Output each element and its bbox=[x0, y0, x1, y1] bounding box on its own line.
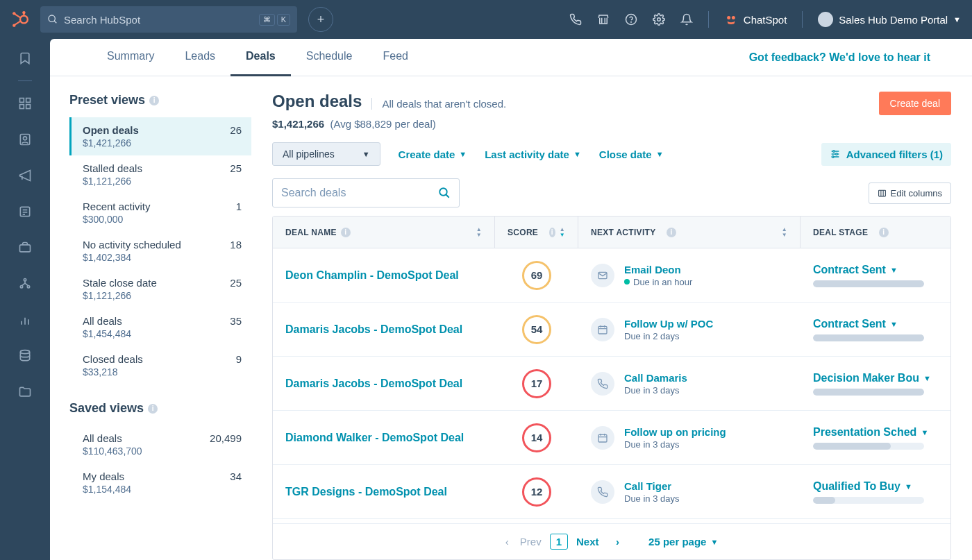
activity-link[interactable]: Call Tiger bbox=[624, 480, 680, 492]
table-row: TGR Designs - DemoSpot Deal 12 Call Tige… bbox=[273, 465, 950, 519]
chevron-down-icon: ▼ bbox=[923, 374, 931, 382]
page-number[interactable]: 1 bbox=[550, 534, 568, 550]
dashboard-icon[interactable] bbox=[18, 96, 32, 110]
view-item[interactable]: Stalled deals25$1,121,266 bbox=[69, 155, 251, 194]
settings-icon[interactable] bbox=[653, 13, 665, 26]
view-item[interactable]: All deals20,499$110,463,700 bbox=[69, 425, 251, 464]
close-date-filter[interactable]: Close date ▼ bbox=[599, 149, 664, 160]
notifications-icon[interactable] bbox=[680, 13, 693, 26]
svg-point-27 bbox=[27, 286, 29, 288]
stage-select[interactable]: Contract Sent ▼ bbox=[813, 318, 938, 330]
help-icon[interactable] bbox=[625, 13, 637, 26]
marketplace-icon[interactable] bbox=[597, 13, 610, 26]
reports-icon[interactable] bbox=[18, 313, 32, 327]
chevron-down-icon: ▼ bbox=[710, 538, 718, 546]
column-next-activity[interactable]: NEXT ACTIVITY i▲▼ bbox=[578, 217, 801, 248]
edit-columns-button[interactable]: Edit columns bbox=[869, 183, 951, 204]
column-deal-name[interactable]: DEAL NAMEi▲▼ bbox=[273, 217, 495, 248]
svg-rect-17 bbox=[26, 105, 31, 109]
activity-link[interactable]: Follow Up w/ POC bbox=[624, 318, 713, 330]
stage-select[interactable]: Qualified To Buy ▼ bbox=[813, 480, 938, 493]
next-page[interactable]: Next › bbox=[576, 536, 619, 548]
deal-link[interactable]: Damaris Jacobs - DemoSpot Deal bbox=[285, 377, 462, 389]
view-item[interactable]: Stale close date25$1,121,266 bbox=[69, 270, 251, 308]
page-title: Open deals bbox=[272, 92, 362, 111]
sliders-icon bbox=[830, 149, 841, 160]
tab-schedule[interactable]: Schedule bbox=[291, 39, 368, 76]
svg-point-0 bbox=[20, 16, 28, 24]
automation-icon[interactable] bbox=[18, 277, 32, 291]
activity-link[interactable]: Call Damaris bbox=[624, 372, 687, 384]
table-row: Damaris Jacobs - DemoSpot Deal 17 Call D… bbox=[273, 357, 950, 411]
search-deals[interactable] bbox=[272, 178, 460, 207]
last-activity-filter[interactable]: Last activity date ▼ bbox=[485, 149, 581, 160]
info-icon[interactable]: i bbox=[149, 96, 159, 105]
feedback-link[interactable]: Got feedback? We'd love to hear it bbox=[749, 51, 930, 64]
deal-link[interactable]: Diamond Walker - DemoSpot Deal bbox=[285, 432, 464, 443]
info-icon[interactable]: i bbox=[148, 404, 158, 414]
totals: $1,421,266 (Avg $88,829 per deal) bbox=[272, 118, 951, 130]
deal-link[interactable]: TGR Designs - DemoSpot Deal bbox=[285, 486, 447, 498]
svg-line-8 bbox=[54, 21, 56, 23]
data-icon[interactable] bbox=[18, 349, 32, 363]
view-item[interactable]: My deals34$1,154,484 bbox=[69, 464, 251, 502]
phone-icon[interactable] bbox=[569, 13, 582, 26]
chevron-down-icon: ▼ bbox=[953, 15, 961, 24]
pipeline-select[interactable]: All pipelines▼ bbox=[272, 142, 380, 166]
deal-link[interactable]: Deon Champlin - DemoSpot Deal bbox=[285, 269, 459, 281]
create-deal-button[interactable]: Create deal bbox=[879, 92, 951, 115]
tab-deals[interactable]: Deals bbox=[231, 39, 291, 76]
svg-point-36 bbox=[835, 153, 837, 155]
chevron-down-icon: ▼ bbox=[459, 150, 467, 158]
table-row: Damaris Jacobs - DemoSpot Deal 54 Follow… bbox=[273, 303, 950, 357]
deal-link[interactable]: Damaris Jacobs - DemoSpot Deal bbox=[285, 323, 462, 335]
stage-select[interactable]: Contract Sent ▼ bbox=[813, 264, 938, 276]
activity-link[interactable]: Email Deon bbox=[624, 264, 692, 275]
activity-link[interactable]: Follow up on pricing bbox=[624, 426, 726, 438]
topbar: ⌘K + ChatSpot Sales Hub Demo Portal ▼ bbox=[0, 0, 972, 39]
global-search-input[interactable] bbox=[58, 14, 259, 26]
column-score[interactable]: SCORE i▲▼ bbox=[495, 217, 578, 248]
global-search[interactable]: ⌘K bbox=[40, 6, 297, 33]
prev-page[interactable]: ‹ Prev bbox=[505, 536, 542, 548]
tab-summary[interactable]: Summary bbox=[92, 39, 169, 76]
library-icon[interactable] bbox=[18, 385, 32, 399]
preset-views-heading: Preset viewsi bbox=[69, 93, 251, 108]
view-item[interactable]: Open deals26$1,421,266 bbox=[69, 117, 251, 155]
view-item[interactable]: Recent activity1$300,000 bbox=[69, 194, 251, 232]
columns-icon bbox=[878, 189, 887, 198]
hubspot-logo-icon[interactable] bbox=[11, 10, 29, 28]
phone-icon bbox=[591, 372, 614, 396]
create-button[interactable]: + bbox=[308, 7, 333, 32]
search-deals-input[interactable] bbox=[281, 187, 438, 199]
contacts-icon[interactable] bbox=[18, 133, 32, 146]
stage-progress bbox=[813, 497, 924, 504]
tab-leads[interactable]: Leads bbox=[169, 39, 231, 76]
content-icon[interactable] bbox=[18, 205, 32, 219]
commerce-icon[interactable] bbox=[18, 241, 32, 255]
svg-rect-15 bbox=[26, 99, 31, 103]
advanced-filters-button[interactable]: Advanced filters (1) bbox=[821, 143, 951, 166]
chatspot-icon bbox=[724, 12, 738, 26]
chatspot-link[interactable]: ChatSpot bbox=[724, 12, 787, 26]
view-item[interactable]: No activity scheduled18$1,402,384 bbox=[69, 232, 251, 270]
svg-point-12 bbox=[727, 16, 730, 19]
activity-meta: Due in 3 days bbox=[624, 493, 680, 504]
marketing-icon[interactable] bbox=[18, 169, 32, 183]
create-date-filter[interactable]: Create date ▼ bbox=[399, 149, 467, 160]
stage-progress bbox=[813, 280, 924, 287]
score-ring: 54 bbox=[522, 315, 551, 344]
svg-rect-44 bbox=[598, 326, 607, 334]
stage-select[interactable]: Decision Maker Bou ▼ bbox=[813, 372, 938, 384]
stage-select[interactable]: Presentation Sched ▼ bbox=[813, 426, 938, 439]
activity-meta: Due in 3 days bbox=[624, 439, 726, 450]
portal-switcher[interactable]: Sales Hub Demo Portal ▼ bbox=[818, 12, 961, 27]
svg-rect-16 bbox=[20, 105, 24, 109]
info-icon: i bbox=[549, 228, 555, 237]
view-item[interactable]: Closed deals9$33,218 bbox=[69, 346, 251, 384]
column-deal-stage[interactable]: DEAL STAGE i bbox=[801, 228, 950, 237]
bookmark-icon[interactable] bbox=[18, 51, 32, 65]
tab-feed[interactable]: Feed bbox=[367, 39, 423, 76]
per-page-select[interactable]: 25 per page ▼ bbox=[648, 536, 718, 548]
view-item[interactable]: All deals35$1,454,484 bbox=[69, 308, 251, 346]
